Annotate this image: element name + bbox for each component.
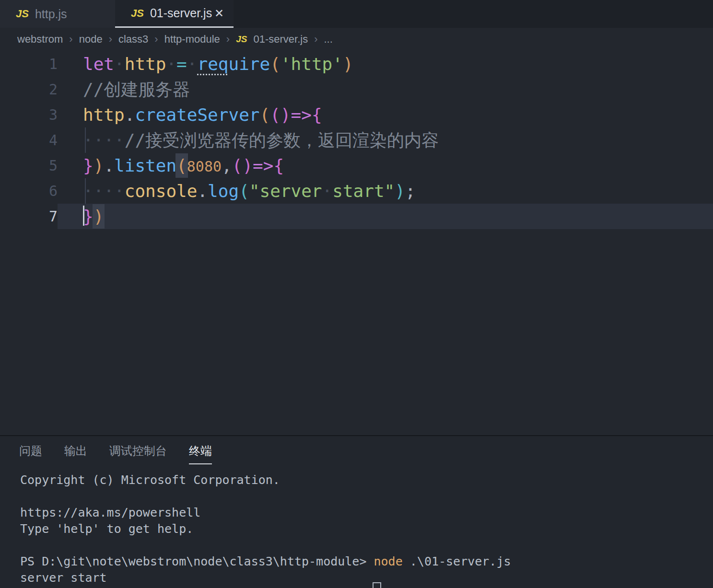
code-line-text: ····console.log("server·start"); xyxy=(58,178,713,204)
code-token: ) xyxy=(343,54,353,74)
code-line[interactable]: 5}).listen(8080,()=>{ xyxy=(0,153,713,178)
tab-01-server-js[interactable]: JS 01-server.js ✕ xyxy=(115,0,234,28)
code-token: req xyxy=(197,54,228,74)
code-token: } xyxy=(83,156,94,175)
indent-guide xyxy=(85,127,86,153)
js-file-icon: JS xyxy=(236,34,247,45)
code-line[interactable]: 6····console.log("server·start"); xyxy=(0,178,713,204)
line-number[interactable]: 3 xyxy=(0,102,58,127)
tab-label: http.js xyxy=(35,7,67,21)
breadcrumb: webstrom›node›class3›http-module›JS01-se… xyxy=(0,28,713,50)
breadcrumb-item[interactable]: class3 xyxy=(118,33,148,46)
line-number[interactable]: 4 xyxy=(0,127,58,153)
code-token: => xyxy=(291,105,312,125)
terminal-output[interactable]: Copyright (c) Microsoft Corporation. htt… xyxy=(0,467,713,586)
code-token: listen xyxy=(114,156,176,175)
line-number[interactable]: 6 xyxy=(0,178,58,204)
line-number[interactable]: 7 xyxy=(0,204,58,229)
code-line-text: ····//接受浏览器传的参数，返回渲染的内容 xyxy=(58,127,713,153)
code-token: . xyxy=(197,181,208,201)
chevron-right-icon: › xyxy=(226,33,230,46)
code-token: ( xyxy=(270,54,281,74)
code-line[interactable]: 1let·http·=·require('http') xyxy=(0,51,713,77)
code-token: { xyxy=(273,156,284,175)
js-file-icon: JS xyxy=(16,8,29,20)
code-token: 'http' xyxy=(281,54,343,74)
breadcrumb-item-file[interactable]: 01-server.js xyxy=(253,33,308,46)
code-line-text: http.createServer(()=>{ xyxy=(58,102,713,127)
js-file-icon: JS xyxy=(131,7,144,20)
terminal-cursor xyxy=(373,582,381,588)
code-token: http xyxy=(83,105,125,125)
code-token: start" xyxy=(332,181,395,201)
terminal-text: Type 'help' to get help. xyxy=(20,522,193,536)
terminal-text: node xyxy=(374,554,403,568)
code-token: · xyxy=(322,181,333,201)
code-token: ) xyxy=(94,156,104,175)
tab-http-js[interactable]: JS http.js xyxy=(0,0,115,28)
code-token: ( xyxy=(259,105,270,125)
code-line[interactable]: 2//创建服务器 xyxy=(0,77,713,102)
code-token: = xyxy=(176,54,187,74)
code-token: 8080 xyxy=(187,158,222,175)
code-token: } xyxy=(83,207,94,226)
code-token: let xyxy=(83,54,114,74)
terminal-line: Copyright (c) Microsoft Corporation. xyxy=(20,472,713,488)
chevron-right-icon: › xyxy=(154,33,158,46)
line-number[interactable]: 1 xyxy=(0,51,58,77)
terminal-text: .\01-server.js xyxy=(403,554,511,568)
code-line-text: }) xyxy=(58,204,713,229)
code-token: createServer xyxy=(135,105,259,125)
code-token: uire xyxy=(229,54,270,74)
tab-label: 01-server.js xyxy=(150,6,212,20)
code-line-text: }).listen(8080,()=>{ xyxy=(58,153,713,178)
editor-tab-bar: JS http.js JS 01-server.js ✕ xyxy=(0,0,713,28)
code-token: ) xyxy=(395,181,405,201)
breadcrumb-overflow[interactable]: ... xyxy=(324,33,332,46)
code-token: ) xyxy=(242,156,253,175)
code-line[interactable]: 4····//接受浏览器传的参数，返回渲染的内容 xyxy=(0,127,713,153)
code-line-text: let·http·=·require('http') xyxy=(58,51,713,77)
code-token: ) xyxy=(93,204,105,229)
panel-tab-debug-console[interactable]: 调试控制台 xyxy=(109,443,167,464)
panel-tab-output[interactable]: 输出 xyxy=(64,443,87,464)
code-token: "server xyxy=(249,181,322,201)
terminal-line: Type 'help' to get help. xyxy=(20,521,713,537)
terminal-line xyxy=(20,488,713,505)
code-token: log xyxy=(208,181,239,201)
code-token: { xyxy=(312,105,322,125)
code-token: . xyxy=(125,105,135,125)
breadcrumb-item[interactable]: node xyxy=(79,33,103,46)
code-token: · xyxy=(166,54,176,74)
code-token: ) xyxy=(281,105,291,125)
terminal-text: server start xyxy=(20,571,107,585)
code-editor[interactable]: 1let·http·=·require('http')2//创建服务器3http… xyxy=(0,50,713,435)
terminal-line xyxy=(20,537,713,553)
line-number[interactable]: 2 xyxy=(0,77,58,102)
bottom-panel: 问题输出调试控制台终端 Copyright (c) Microsoft Corp… xyxy=(0,435,713,588)
panel-tab-bar: 问题输出调试控制台终端 xyxy=(0,436,713,467)
code-line-text: //创建服务器 xyxy=(58,77,713,102)
code-line[interactable]: 3http.createServer(()=>{ xyxy=(0,102,713,127)
terminal-line: server start xyxy=(20,570,713,586)
breadcrumb-item[interactable]: webstrom xyxy=(17,33,63,46)
code-token: · xyxy=(187,54,198,74)
code-token: ···· xyxy=(83,181,125,201)
chevron-right-icon: › xyxy=(69,33,72,46)
code-line[interactable]: 7}) xyxy=(0,204,713,229)
line-number[interactable]: 5 xyxy=(0,153,58,178)
code-token: , xyxy=(222,156,232,175)
indent-guide xyxy=(85,178,86,204)
close-icon[interactable]: ✕ xyxy=(214,7,224,20)
code-token: ( xyxy=(239,181,249,201)
panel-tab-problems[interactable]: 问题 xyxy=(19,443,42,464)
panel-tab-terminal[interactable]: 终端 xyxy=(189,443,212,464)
terminal-text: PS D:\git\note\webstrom\node\class3\http… xyxy=(20,554,374,568)
breadcrumb-item[interactable]: http-module xyxy=(164,33,220,46)
code-token: http xyxy=(125,54,166,74)
code-token: //接受浏览器传的参数，返回渲染的内容 xyxy=(125,130,439,150)
code-token: ( xyxy=(270,105,281,125)
vscode-window: JS http.js JS 01-server.js ✕ webstrom›no… xyxy=(0,0,713,588)
terminal-text: Copyright (c) Microsoft Corporation. xyxy=(20,473,280,487)
code-token: . xyxy=(104,156,114,175)
